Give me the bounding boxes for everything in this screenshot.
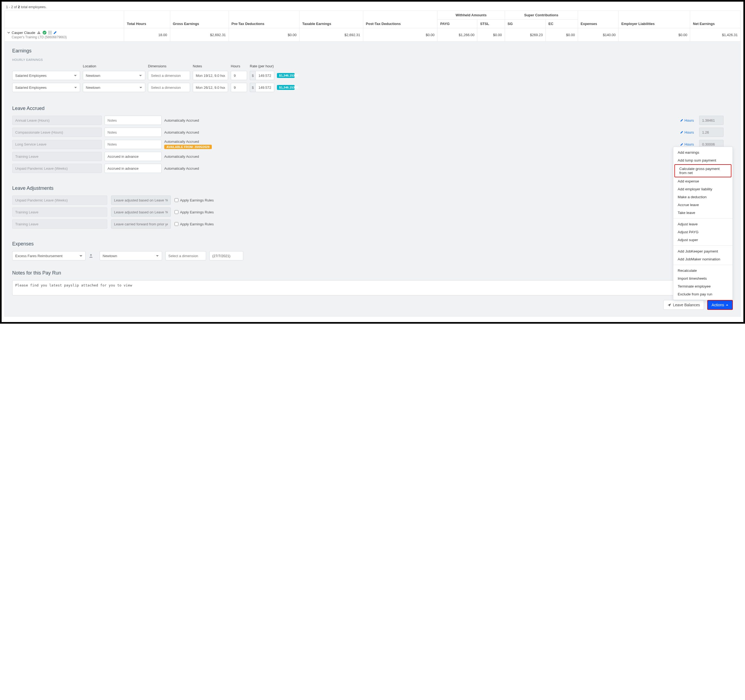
expense-type-select[interactable]: Excess Fares Reimbursement: [12, 251, 85, 260]
auto-accrued-label: Automatically Accrued: [164, 130, 199, 135]
apply-earnings-rules-checkbox[interactable]: Apply Earnings Rules: [175, 222, 232, 226]
edit-icon[interactable]: [53, 31, 57, 34]
menu-item[interactable]: Terminate employee: [673, 283, 733, 290]
adj-type-select: Training Leave: [12, 219, 107, 229]
earnings-rate-input[interactable]: [256, 71, 274, 80]
leave-notes-input[interactable]: [105, 152, 162, 161]
menu-item[interactable]: Recalculate: [673, 267, 733, 275]
earnings-type-select[interactable]: Salaried Employees: [12, 83, 80, 92]
expense-note-input[interactable]: [209, 251, 243, 260]
col-payg: PAYG: [437, 19, 477, 28]
employee-detail-panel: Earnings HOURLY EARNINGS Location Dimens…: [4, 42, 741, 317]
col-total-hours: Total Hours: [124, 11, 170, 28]
leave-notes-input[interactable]: [105, 164, 162, 173]
menu-item[interactable]: Calculate gross payment from net: [675, 164, 732, 177]
leave-balances-button[interactable]: Leave Balances: [663, 300, 704, 310]
menu-item[interactable]: Add expense: [673, 177, 733, 185]
svg-rect-4: [48, 32, 52, 33]
earnings-amount-badge: $1,346.15385: [277, 73, 295, 78]
svg-point-2: [43, 31, 46, 34]
col-gross: Gross Earnings: [170, 11, 229, 28]
menu-item[interactable]: Add JobKeeper payment: [673, 247, 733, 255]
auto-accrued-label: Automatically Accrued: [164, 166, 199, 171]
leave-notes-input[interactable]: [105, 128, 162, 137]
chevron-down-icon[interactable]: [7, 31, 10, 34]
apply-earnings-rules-checkbox[interactable]: Apply Earnings Rules: [175, 198, 232, 202]
leave-type-select: Annual Leave (Hours): [12, 116, 102, 125]
menu-item[interactable]: Import timesheets: [673, 275, 733, 283]
col-pretax: Pre-Tax Deductions: [229, 11, 299, 28]
leave-type-select: Compassionate Leave (Hours): [12, 128, 102, 137]
earnings-location-select[interactable]: Newtown: [83, 83, 145, 92]
section-leave-adjustments: Leave Adjustments: [12, 185, 733, 191]
menu-item[interactable]: Accrue leave: [673, 201, 733, 209]
col-emp-liab: Employer Liabilities: [618, 11, 690, 28]
menu-item[interactable]: Make a deduction: [673, 193, 733, 201]
menu-item[interactable]: Adjust PAYG: [673, 228, 733, 236]
leave-unit[interactable]: Hours: [680, 142, 696, 147]
svg-point-14: [90, 254, 92, 256]
earnings-hours-input[interactable]: [231, 83, 247, 92]
earnings-note-input[interactable]: [193, 83, 228, 92]
auto-accrued-label: Automatically Accrued: [164, 154, 199, 159]
col-taxable: Taxable Earnings: [299, 11, 363, 28]
earnings-rate-input[interactable]: [256, 83, 274, 92]
earnings-location-select[interactable]: Newtown: [83, 71, 145, 80]
col-notes: Notes: [193, 64, 228, 68]
svg-rect-1: [39, 33, 39, 34]
person-icon: [89, 254, 96, 258]
earnings-amount-badge: $1,346.15385: [277, 85, 295, 90]
employee-summary-table: Total Hours Gross Earnings Pre-Tax Deduc…: [4, 10, 741, 42]
menu-item[interactable]: Add lump sum payment: [673, 156, 733, 164]
earnings-hours-input[interactable]: [231, 71, 247, 80]
menu-item[interactable]: Adjust leave: [673, 220, 733, 228]
svg-rect-0: [39, 32, 39, 33]
expense-location-select[interactable]: Newtown: [100, 251, 162, 260]
leave-value-input: [699, 116, 724, 125]
earnings-type-select[interactable]: Salaried Employees: [12, 71, 80, 80]
col-sg: SG: [505, 19, 546, 28]
warning-icon: [37, 31, 41, 34]
payrun-notes-textarea[interactable]: [12, 280, 733, 295]
col-expenses: Expenses: [578, 11, 618, 28]
leave-value-input: [699, 128, 724, 137]
svg-rect-3: [48, 31, 52, 31]
section-earnings: Earnings: [12, 48, 733, 54]
auto-accrued-label: Automatically Accrued: [164, 118, 199, 123]
hourly-earnings-label: HOURLY EARNINGS: [12, 58, 733, 61]
list-icon[interactable]: [48, 30, 52, 35]
table-row[interactable]: Casper Claude: [4, 28, 741, 42]
apply-earnings-rules-checkbox[interactable]: Apply Earnings Rules: [175, 210, 232, 214]
earnings-note-input[interactable]: [193, 71, 228, 80]
expense-dimension-input[interactable]: [165, 251, 206, 260]
currency-icon: $: [250, 71, 256, 80]
caret-up-icon: [726, 304, 729, 306]
menu-item[interactable]: Adjust super: [673, 236, 733, 244]
earnings-dimension-input[interactable]: [148, 71, 190, 80]
employee-name[interactable]: Casper Claude: [12, 31, 35, 35]
actions-button[interactable]: Actions: [707, 300, 733, 310]
col-super: Super Contributions: [505, 11, 578, 19]
leave-unit[interactable]: Hours: [680, 118, 696, 123]
earnings-dimension-input[interactable]: [148, 83, 190, 92]
menu-item[interactable]: Take leave: [673, 209, 733, 217]
currency-icon: $: [250, 83, 256, 92]
col-ec: EC: [546, 19, 578, 28]
menu-item[interactable]: Add earnings: [673, 148, 733, 156]
leave-notes-input[interactable]: [105, 116, 162, 125]
adj-type-select: Training Leave: [12, 208, 107, 217]
leave-unit[interactable]: Hours: [680, 130, 696, 135]
menu-item[interactable]: Exclude from pay run: [673, 290, 733, 298]
menu-item[interactable]: Add JobMaker nomination: [673, 255, 733, 263]
plane-icon: [667, 303, 671, 307]
col-rate: Rate (per hour): [250, 64, 274, 68]
menu-item[interactable]: Add employer liability: [673, 185, 733, 193]
leave-notes-input[interactable]: [105, 140, 162, 149]
section-leave-accrued: Leave Accrued: [12, 106, 733, 111]
adj-note-input: [111, 196, 171, 205]
col-withheld: Withheld Amounts: [437, 11, 505, 19]
auto-accrued-label: Automatically Accrued: [164, 139, 199, 144]
leave-type-select: Training Leave: [12, 152, 102, 161]
adj-type-select: Unpaid Pandemic Leave (Weeks): [12, 196, 107, 205]
svg-rect-5: [48, 34, 52, 34]
